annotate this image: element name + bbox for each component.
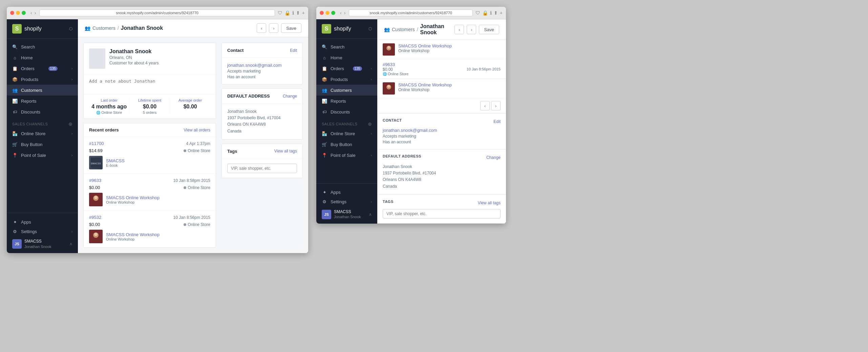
note-input[interactable] [89, 79, 210, 89]
maximize-button-2[interactable] [331, 11, 335, 15]
order-id-label[interactable]: #9633 [383, 62, 408, 67]
store-dot [184, 149, 186, 152]
reports-icon-2: 📊 [322, 98, 327, 104]
forward-button[interactable]: › [34, 10, 37, 16]
stat-label: Last order [89, 98, 129, 102]
save-button-2[interactable]: Save [479, 25, 499, 34]
maximize-button[interactable] [22, 11, 26, 15]
prev-button-2[interactable]: ‹ [454, 25, 464, 34]
breadcrumb-link[interactable]: Customers [92, 25, 115, 31]
order-date: 10 Jan 8:58pm 2015 [173, 178, 210, 183]
product-name[interactable]: SMACSS Online Workshop [106, 232, 160, 237]
external-link-icon-2[interactable]: ⬡ [368, 26, 372, 31]
order-pagination: ‹ › [377, 98, 506, 113]
sidebar-user[interactable]: JS SMACSS Jonathan Snook ∧ [12, 239, 72, 249]
sidebar-item-reports-2[interactable]: 📊 Reports [316, 96, 377, 106]
back-button-2[interactable]: ‹ [339, 10, 342, 16]
sidebar-item-label: Home [21, 55, 33, 60]
sidebar-user-2[interactable]: JS SMACSS Jonathan Snook ∧ [322, 209, 372, 220]
orders-prev-button[interactable]: ‹ [480, 101, 490, 110]
close-button[interactable] [10, 11, 14, 15]
customer-name: Jonathan Snook [109, 48, 158, 55]
order-id[interactable]: #9532 [89, 215, 101, 220]
new-tab-icon-2[interactable]: + [500, 10, 503, 16]
breadcrumb-link-2[interactable]: Customers [392, 27, 415, 32]
edit-contact-button[interactable]: Edit [290, 48, 297, 53]
product-thumbnail [89, 230, 103, 243]
sidebar-item-online-store[interactable]: 🏪 Online Store › [7, 128, 78, 139]
order-row: #9633 10 Jan 8:58pm 2015 [89, 178, 210, 183]
plus-icon[interactable]: ⊕ [68, 121, 73, 127]
app-layout-2: S shopify ⬡ 🔍 Search ⌂ Home 📋 Orders 135… [316, 19, 506, 224]
sidebar-item-home[interactable]: ⌂ Home [7, 52, 78, 63]
chevron-up-icon: ∧ [69, 242, 72, 246]
sidebar-item-home-2[interactable]: ⌂ Home [316, 52, 377, 63]
sidebar-item-pos-2[interactable]: 📍 Point of Sale › [316, 150, 377, 161]
sidebar-item-online-store-2[interactable]: 🏪 Online Store › [316, 128, 377, 139]
sidebar-item-label: Point of Sale [21, 153, 46, 158]
view-all-tags-link-2[interactable]: View all tags [478, 201, 501, 205]
product-name[interactable]: SMACSS Online Workshop [106, 195, 160, 200]
stat-average: Average order $0.00 [170, 98, 210, 115]
change-address-button[interactable]: Change [283, 94, 297, 99]
sidebar-item-customers[interactable]: 👥 Customers [7, 85, 78, 96]
address-bar-2[interactable]: snook.myshopify.com/admin/customers/9241… [349, 9, 472, 16]
chevron-right-icon: › [371, 78, 372, 81]
sidebar-item-customers-2[interactable]: 👥 Customers [316, 85, 377, 96]
orders-next-button[interactable]: › [491, 101, 501, 110]
sidebar-item-discounts[interactable]: 🏷 Discounts [7, 106, 78, 117]
contact-email[interactable]: jonathan.snook@gmail.com [227, 63, 297, 68]
change-address-button-2[interactable]: Change [486, 155, 501, 160]
view-all-orders-link[interactable]: View all orders [184, 128, 210, 132]
prev-button[interactable]: ‹ [257, 23, 266, 33]
tags-input[interactable] [227, 164, 297, 173]
view-all-tags-link[interactable]: View all tags [274, 149, 297, 153]
sidebar-item-apps[interactable]: ✦ Apps [12, 217, 72, 227]
settings-icon: ⚙ [12, 229, 18, 234]
order-mini-id[interactable]: SMACSS Online Workshop [398, 43, 501, 48]
order-id[interactable]: #11700 [89, 141, 104, 146]
next-button-2[interactable]: › [467, 25, 476, 34]
order-item: #11700 4 Apr 1:37pm $14.69 Online Store [84, 137, 216, 173]
product-name[interactable]: SMACSS [106, 158, 125, 163]
sidebar-item-search[interactable]: 🔍 Search [7, 41, 78, 52]
sidebar-item-apps-2[interactable]: ✦ Apps [322, 188, 372, 197]
lock-icon-2: 🔒 [482, 10, 488, 16]
sidebar-item-buy-button[interactable]: 🛒 Buy Button [7, 139, 78, 150]
forward-button-2[interactable]: › [343, 10, 346, 16]
order-id[interactable]: #9633 [89, 178, 101, 183]
external-link-icon[interactable]: ⬡ [69, 26, 72, 31]
order-store: Online Store [184, 148, 210, 153]
close-button-2[interactable] [320, 11, 324, 15]
product-info: SMACSS Online Workshop Online Workshop [106, 195, 160, 204]
order-product: SMACSS Online Workshop Online Workshop [89, 230, 210, 243]
order-mini-id-2[interactable]: SMACSS Online Workshop [398, 82, 501, 87]
contact-email-2[interactable]: jonathan.snook@gmail.com [383, 128, 501, 133]
sidebar-item-orders-2[interactable]: 📋 Orders 135 › [316, 63, 377, 74]
sidebar-item-buy-button-2[interactable]: 🛒 Buy Button [316, 139, 377, 150]
sidebar-item-search-2[interactable]: 🔍 Search [316, 41, 377, 52]
save-button[interactable]: Save [281, 23, 301, 33]
plus-icon-2[interactable]: ⊕ [368, 121, 372, 127]
address-bar-1[interactable]: snook.myshopify.com/admin/customers/9241… [39, 9, 275, 16]
new-tab-icon[interactable]: + [302, 10, 305, 16]
sidebar-item-products-2[interactable]: 📦 Products › [316, 74, 377, 85]
sidebar-item-settings-2[interactable]: ⚙ Settings › [322, 197, 372, 207]
minimize-button-2[interactable] [325, 11, 330, 15]
sidebar-item-products[interactable]: 📦 Products › [7, 74, 78, 85]
tags-input-2[interactable] [383, 209, 501, 219]
chevron-right-icon: › [371, 67, 372, 70]
sidebar-item-reports[interactable]: 📊 Reports [7, 96, 78, 106]
next-button[interactable]: › [269, 23, 278, 33]
address-title: DEFAULT ADDRESS [227, 94, 270, 99]
sidebar-item-pos[interactable]: 📍 Point of Sale › [7, 150, 78, 161]
sidebar-item-orders[interactable]: 📋 Orders 135 › [7, 63, 78, 74]
customer-note [84, 74, 216, 94]
sidebar-item-discounts-2[interactable]: 🏷 Discounts [316, 106, 377, 117]
sidebar-item-label: Products [21, 77, 38, 82]
back-button[interactable]: ‹ [30, 10, 33, 16]
minimize-button[interactable] [16, 11, 20, 15]
edit-contact-button-2[interactable]: Edit [493, 119, 501, 124]
tags-panel: Tags View all tags [377, 195, 506, 224]
sidebar-item-settings[interactable]: ⚙ Settings › [12, 227, 72, 236]
